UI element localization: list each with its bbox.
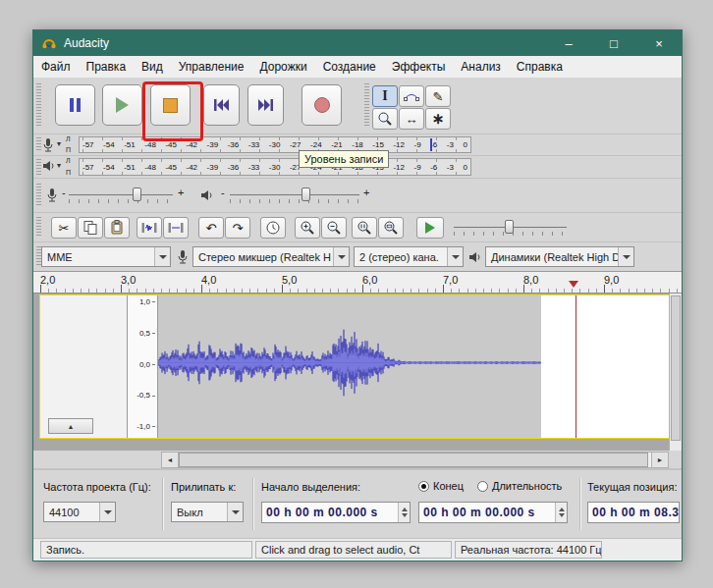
close-button[interactable]: ×	[636, 30, 682, 56]
spinner[interactable]	[398, 503, 410, 522]
timeshift-tool-button[interactable]: ↔	[399, 108, 424, 130]
skip-to-end-button[interactable]	[247, 84, 284, 126]
envelope-tool-button[interactable]	[399, 85, 424, 107]
snap-to-select[interactable]: Выкл	[171, 502, 244, 522]
toolbar-dock: I ✎ ↔ ∗ ▾	[33, 78, 682, 272]
meter-scale-number: -45	[165, 163, 177, 172]
toolbar-grabber[interactable]	[36, 184, 41, 207]
vertical-scrollbar-thumb[interactable]	[671, 295, 681, 441]
radio-length[interactable]: Длительность	[477, 480, 562, 492]
audio-clip[interactable]	[158, 295, 541, 438]
trim-audio-button[interactable]	[137, 217, 162, 239]
audacity-window: Audacity – □ × ФайлПравкаВидУправлениеДо…	[32, 29, 683, 561]
toolbar-grabber[interactable]	[36, 217, 41, 238]
audio-track[interactable]: ▲ 1,00,50,0-0,5-1,0	[40, 295, 669, 438]
horizontal-scrollbar[interactable]: ◄ ►	[161, 452, 669, 468]
recording-device-select[interactable]: Стерео микшер (Realtek H	[192, 246, 350, 267]
vertical-ruler-label: 1,0	[139, 297, 155, 306]
play-icon	[116, 97, 129, 113]
zoom-in-button[interactable]	[295, 217, 320, 239]
track-control-panel[interactable]: ▲	[40, 295, 128, 438]
menu-item[interactable]: Создание	[315, 56, 384, 78]
meter-scale-number: -33	[248, 163, 260, 172]
spinner[interactable]	[555, 503, 567, 522]
redo-icon: ↷	[233, 221, 244, 236]
toolbar-grabber[interactable]	[36, 159, 41, 175]
horizontal-scrollbar-thumb[interactable]	[179, 453, 648, 467]
timeline-label: 6,0	[362, 274, 443, 286]
sync-lock-button[interactable]	[260, 217, 286, 239]
pause-button[interactable]	[55, 84, 95, 126]
skip-to-end-icon	[257, 98, 274, 112]
radio-end-label: Конец	[433, 480, 464, 492]
menu-item[interactable]: Файл	[33, 56, 79, 78]
toolbar-grabber[interactable]	[364, 83, 369, 128]
zoom-tool-button[interactable]	[372, 108, 398, 130]
menu-item[interactable]: Правка	[79, 56, 135, 78]
audio-host-select[interactable]: MME	[41, 246, 171, 267]
playback-volume-slider[interactable]	[230, 187, 359, 204]
selection-start-field[interactable]: 00 h 00 m 00.000 s	[261, 502, 411, 523]
selection-tool-button[interactable]: I	[372, 85, 398, 107]
slider-thumb[interactable]	[133, 187, 141, 201]
waveform-area[interactable]	[158, 295, 669, 438]
minimize-button[interactable]: –	[546, 30, 591, 56]
fit-project-button[interactable]	[378, 217, 404, 239]
menu-item[interactable]: Вид	[134, 56, 171, 78]
draw-tool-button[interactable]: ✎	[425, 85, 451, 107]
current-position-field[interactable]: 00 h 00 m 08.3	[587, 502, 680, 523]
multi-tool-button[interactable]: ∗	[425, 108, 451, 130]
playback-device-select[interactable]: Динамики (Realtek High D	[485, 246, 634, 267]
meter-dropdown-icon[interactable]: ▾	[57, 139, 61, 148]
dropdown-arrow-icon	[227, 503, 243, 521]
copy-button[interactable]	[78, 217, 103, 239]
toolbar-grabber[interactable]	[36, 83, 41, 128]
menu-item[interactable]: Эффекты	[384, 56, 454, 78]
play-at-speed-button[interactable]	[416, 217, 444, 239]
project-rate-select[interactable]: 44100	[43, 502, 116, 522]
recording-cursor-line	[576, 295, 576, 438]
redo-button[interactable]: ↷	[225, 217, 250, 239]
fit-selection-button[interactable]	[352, 217, 377, 239]
menu-item[interactable]: Анализ	[453, 56, 509, 78]
vertical-ruler[interactable]: 1,00,50,0-0,5-1,0	[128, 295, 158, 438]
menu-item[interactable]: Дорожки	[252, 56, 315, 78]
toolbar-grabber[interactable]	[36, 137, 41, 152]
recording-device-value: Стерео микшер (Realtek H	[193, 251, 333, 263]
playback-meter-scale[interactable]: -57-54-51-48-45-42-39-36-33-30-27-24-21-…	[79, 158, 471, 176]
recording-channels-select[interactable]: 2 (стерео) кана.	[354, 246, 464, 267]
selection-end-field[interactable]: 00 h 00 m 00.000 s	[418, 502, 568, 523]
record-button[interactable]	[302, 84, 342, 126]
microphone-icon	[177, 249, 189, 265]
menu-item[interactable]: Управление	[171, 56, 252, 78]
slider-thumb[interactable]	[302, 187, 310, 201]
maximize-button[interactable]: □	[591, 30, 636, 56]
vertical-scrollbar[interactable]	[669, 294, 682, 451]
scroll-right-button[interactable]: ►	[651, 453, 668, 467]
meter-scale-number: -30	[269, 140, 281, 149]
play-button[interactable]	[102, 84, 142, 126]
pencil-icon: ✎	[433, 89, 444, 104]
current-position-value: 00 h 00 m 08.3	[588, 506, 679, 519]
skip-to-start-button[interactable]	[203, 84, 240, 126]
recording-meter-scale[interactable]: -57-54-51-48-45-42-39-36-33-30-27-24-21-…	[79, 136, 471, 153]
track-expand-button[interactable]: ▲	[48, 418, 93, 434]
zoom-out-button[interactable]	[321, 217, 347, 239]
cut-button[interactable]: ✂	[51, 217, 77, 239]
menu-item[interactable]: Справка	[509, 56, 571, 78]
timeline-ruler[interactable]: 2,03,04,05,06,07,08,09,0	[33, 272, 682, 294]
slider-thumb[interactable]	[505, 220, 514, 234]
paste-button[interactable]	[104, 217, 130, 239]
meter-scale-number: -45	[165, 140, 177, 149]
meter-dropdown-icon[interactable]: ▾	[57, 161, 61, 170]
scroll-left-button[interactable]: ◄	[162, 453, 179, 467]
channel-label: П	[66, 146, 71, 154]
radio-end[interactable]: Конец	[418, 480, 464, 492]
undo-button[interactable]: ↶	[198, 217, 224, 239]
recording-volume-slider[interactable]	[69, 187, 173, 204]
playback-speed-slider[interactable]	[454, 219, 567, 237]
speaker-icon	[468, 250, 482, 264]
silence-audio-button[interactable]	[163, 217, 189, 239]
titlebar[interactable]: Audacity – □ ×	[33, 30, 682, 56]
meter-scale-number: -42	[186, 163, 197, 172]
